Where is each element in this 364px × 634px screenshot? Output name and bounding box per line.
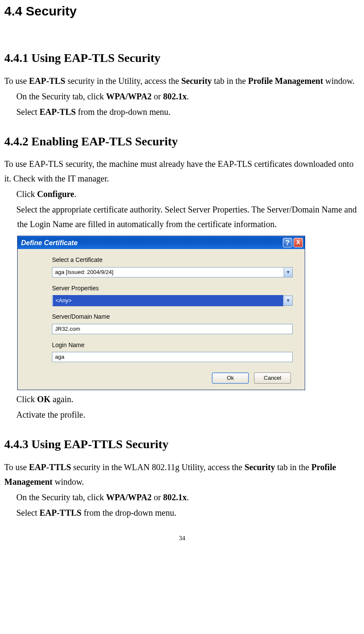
s1-li1: 1.On the Security tab, click WPA/WPA2 or… bbox=[4, 89, 360, 104]
login-label: Login Name bbox=[52, 340, 298, 351]
s2-list: 1.Click Configure. 2.Select the appropri… bbox=[4, 187, 360, 231]
s2-li4: 4.Activate the profile. bbox=[4, 407, 360, 422]
cert-value: aga [Issued: 2004/9/24] bbox=[52, 268, 284, 277]
s1-list: 1.On the Security tab, click WPA/WPA2 or… bbox=[4, 89, 360, 119]
page-number: 34 bbox=[4, 533, 360, 544]
login-input[interactable]: aga bbox=[52, 352, 293, 362]
heading-4-4-1: 4.4.1 Using EAP-TLS Security bbox=[4, 48, 360, 68]
domain-input[interactable]: JR32.com bbox=[52, 324, 293, 334]
s2-li3: 3.Click OK again. bbox=[4, 392, 360, 406]
heading-4-4-2: 4.4.2 Enabling EAP-TLS Security bbox=[4, 131, 360, 152]
s2-li1: 1.Click Configure. bbox=[4, 187, 360, 201]
chevron-down-icon[interactable]: ▼ bbox=[284, 296, 292, 305]
ok-button[interactable]: Ok bbox=[212, 372, 249, 384]
s3-li1: 1.On the Security tab, click WPA/WPA2 or… bbox=[4, 490, 360, 505]
server-combo[interactable]: <Any> ▼ bbox=[52, 295, 293, 306]
domain-label: Server/Domain Name bbox=[52, 312, 298, 322]
s1-li2: 2.Select EAP-TLS from the drop-down menu… bbox=[4, 105, 360, 119]
close-button[interactable]: X bbox=[294, 238, 303, 247]
heading-main: 4.4 Security bbox=[4, 0, 360, 22]
s2-intro: To use EAP-TLS security, the machine mus… bbox=[4, 157, 360, 186]
s1-intro: To use EAP-TLS security in the Utility, … bbox=[4, 74, 360, 88]
help-button[interactable]: ? bbox=[283, 238, 292, 247]
s2-li2: 2.Select the appropriate certificate aut… bbox=[4, 202, 360, 231]
cert-combo[interactable]: aga [Issued: 2004/9/24] ▼ bbox=[52, 267, 293, 277]
s3-li2: 2.Select EAP-TTLS from the drop-down men… bbox=[4, 505, 360, 520]
s3-list: 1.On the Security tab, click WPA/WPA2 or… bbox=[4, 490, 360, 520]
server-value: <Any> bbox=[53, 295, 283, 306]
define-certificate-dialog: Define Certificate ? X Select a Certific… bbox=[17, 236, 305, 390]
s2-list-cont: 3.Click OK again. 4.Activate the profile… bbox=[4, 392, 360, 422]
chevron-down-icon[interactable]: ▼ bbox=[284, 268, 292, 277]
cancel-button[interactable]: Cancel bbox=[254, 372, 291, 384]
dialog-titlebar[interactable]: Define Certificate ? X bbox=[18, 236, 305, 249]
server-label: Server Properties bbox=[52, 283, 298, 294]
cert-label: Select a Certificate bbox=[52, 255, 298, 265]
s3-intro: To use EAP-TTLS security in the WLAN 802… bbox=[4, 460, 360, 489]
dialog-title: Define Certificate bbox=[21, 237, 78, 249]
heading-4-4-3: 4.4.3 Using EAP-TTLS Security bbox=[4, 434, 360, 455]
